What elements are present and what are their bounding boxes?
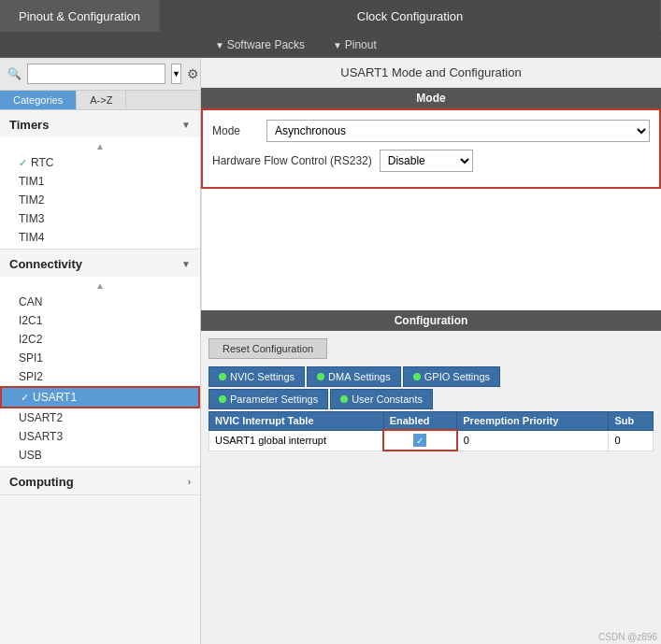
dot-icon: [340, 395, 348, 403]
sidebar-item-i2c1[interactable]: I2C1: [0, 311, 200, 330]
sidebar-item-rtc[interactable]: ✓ RTC: [0, 153, 200, 172]
tab-az[interactable]: A->Z: [77, 91, 126, 109]
dot-icon: [219, 373, 226, 380]
checkbox-checked-icon[interactable]: ✓: [413, 434, 426, 447]
check-icon: ✓: [21, 392, 29, 404]
col-sub: Sub: [609, 412, 654, 431]
mode-row: Mode Asynchronous: [212, 120, 650, 142]
sidebar-item-i2c2[interactable]: I2C2: [0, 330, 200, 349]
reset-config-button[interactable]: Reset Configuration: [208, 338, 327, 359]
connectivity-items: ▲ CAN I2C1 I2C2 SPI1 SPI2 ✓ USA: [0, 277, 200, 466]
mode-label: Mode: [212, 124, 259, 137]
content-area: USART1 Mode and Configuration Mode Mode …: [201, 58, 661, 644]
sidebar-item-spi2[interactable]: SPI2: [0, 367, 200, 386]
sidebar-item-tim3[interactable]: TIM3: [0, 209, 200, 228]
section-connectivity-header[interactable]: Connectivity ▼: [0, 250, 200, 277]
check-icon: ✓: [19, 157, 27, 169]
tab-pinout-config[interactable]: Pinout & Configuration: [0, 0, 160, 32]
tab-nvic-settings[interactable]: NVIC Settings: [208, 366, 305, 387]
mode-select[interactable]: Asynchronous: [266, 120, 650, 142]
section-connectivity: Connectivity ▼ ▲ CAN I2C1 I2C2 SPI1 SPI: [0, 250, 200, 467]
sidebar-item-tim4[interactable]: TIM4: [0, 228, 200, 247]
sidebar-tabs: Categories A->Z: [0, 91, 200, 110]
sidebar-item-tim2[interactable]: TIM2: [0, 191, 200, 209]
col-preemption: Preemption Priority: [457, 412, 609, 431]
scroll-up-indicator: ▲: [0, 139, 200, 153]
watermark: CSDN @z896: [598, 632, 657, 642]
config-tabs-row2: Parameter Settings User Constants: [208, 389, 654, 409]
tab-dma-settings[interactable]: DMA Settings: [307, 366, 401, 387]
tab-categories[interactable]: Categories: [0, 91, 77, 109]
sidebar-toolbar: 🔍 ▼ ⚙: [0, 58, 200, 91]
section-computing-header[interactable]: Computing ›: [0, 467, 200, 494]
hw-flow-select[interactable]: Disable: [380, 150, 473, 172]
chevron-down-icon: ▼: [181, 120, 191, 130]
chevron-right-icon: ›: [188, 477, 191, 487]
config-content: Reset Configuration NVIC Settings DMA Se…: [201, 331, 661, 459]
mode-content: Mode Asynchronous Hardware Flow Control …: [201, 108, 661, 189]
sidebar-item-usart3[interactable]: USART3: [0, 427, 200, 446]
top-tab-bar: Pinout & Configuration Clock Configurati…: [0, 0, 661, 32]
config-tabs: NVIC Settings DMA Settings GPIO Settings: [208, 366, 654, 387]
enabled-cell[interactable]: ✓: [383, 430, 457, 451]
section-timers-header[interactable]: Timers ▼: [0, 110, 200, 137]
mode-section-header: Mode: [201, 88, 661, 108]
gear-icon[interactable]: ⚙: [187, 66, 199, 81]
section-timers: Timers ▼ ▲ ✓ RTC TIM1 TIM2 TIM3: [0, 110, 200, 250]
tab-gpio-settings[interactable]: GPIO Settings: [403, 366, 500, 387]
chevron-down-icon: ▼: [181, 259, 191, 269]
col-enabled: Enabled: [383, 412, 457, 431]
sidebar-item-spi1[interactable]: SPI1: [0, 349, 200, 367]
content-title: USART1 Mode and Configuration: [201, 58, 661, 88]
search-dropdown[interactable]: ▼: [171, 64, 181, 84]
tab-parameter-settings[interactable]: Parameter Settings: [208, 389, 328, 409]
dot-icon: [317, 373, 324, 380]
software-packs-menu[interactable]: Software Packs: [215, 38, 305, 51]
nvic-table: NVIC Interrupt Table Enabled Preemption …: [208, 411, 654, 451]
search-icon: 🔍: [7, 67, 22, 80]
col-nvic-interrupt: NVIC Interrupt Table: [209, 412, 384, 431]
dot-icon: [413, 373, 421, 380]
hw-flow-label: Hardware Flow Control (RS232): [212, 154, 372, 167]
table-row: USART1 global interrupt ✓ 0 0: [209, 430, 654, 451]
pinout-menu[interactable]: Pinout: [333, 38, 377, 51]
search-input[interactable]: [27, 64, 165, 84]
gap-area: [201, 189, 661, 310]
preemption-value: 0: [457, 430, 609, 451]
section-computing: Computing ›: [0, 467, 200, 495]
sidebar-item-usart1[interactable]: ✓ USART1: [0, 386, 200, 408]
sidebar-item-usb[interactable]: USB: [0, 446, 200, 465]
scroll-up-indicator: ▲: [0, 279, 200, 293]
main-layout: 🔍 ▼ ⚙ Categories A->Z Timers ▼ ▲ ✓: [0, 58, 661, 644]
sidebar-item-usart2[interactable]: USART2: [0, 408, 200, 427]
dot-icon: [219, 395, 226, 403]
software-bar: Software Packs Pinout: [0, 32, 661, 58]
sidebar-item-tim1[interactable]: TIM1: [0, 172, 200, 191]
hw-flow-row: Hardware Flow Control (RS232) Disable: [212, 150, 650, 178]
timers-items: ▲ ✓ RTC TIM1 TIM2 TIM3 TIM4: [0, 137, 200, 249]
sidebar-item-can[interactable]: CAN: [0, 293, 200, 311]
tab-clock-config[interactable]: Clock Configuration: [160, 0, 661, 32]
sidebar: 🔍 ▼ ⚙ Categories A->Z Timers ▼ ▲ ✓: [0, 58, 201, 644]
config-section-header: Configuration: [201, 310, 661, 331]
tab-user-constants[interactable]: User Constants: [330, 389, 433, 409]
interrupt-name: USART1 global interrupt: [209, 430, 384, 451]
sub-value: 0: [609, 430, 654, 451]
